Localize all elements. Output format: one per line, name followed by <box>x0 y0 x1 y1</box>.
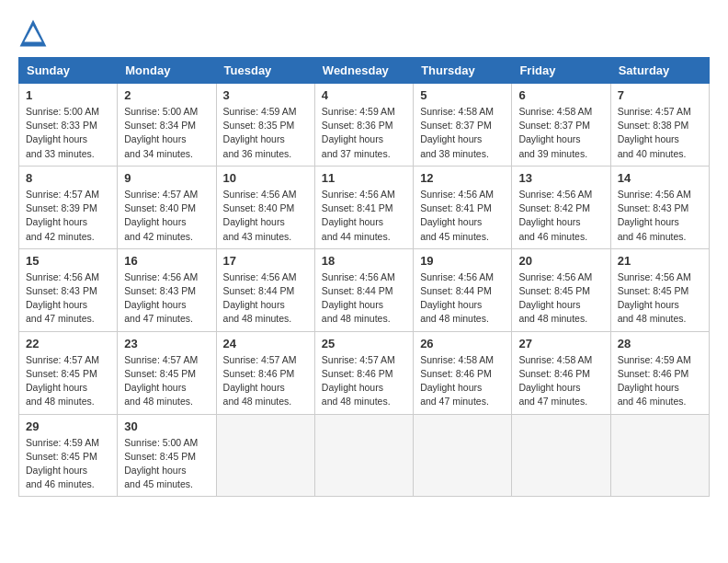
calendar-cell: 19 Sunrise: 4:56 AM Sunset: 8:44 PM Dayl… <box>414 248 512 331</box>
calendar-cell <box>512 414 610 497</box>
day-number: 11 <box>322 171 406 185</box>
weekday-header: Friday <box>512 58 610 84</box>
day-number: 6 <box>518 88 603 102</box>
calendar-cell: 22 Sunrise: 4:57 AM Sunset: 8:45 PM Dayl… <box>19 331 118 414</box>
weekday-header: Thursday <box>414 58 512 84</box>
calendar-cell: 24 Sunrise: 4:57 AM Sunset: 8:46 PM Dayl… <box>216 331 314 414</box>
calendar-cell <box>216 414 314 497</box>
day-info: Sunrise: 4:56 AM Sunset: 8:41 PM Dayligh… <box>322 188 406 244</box>
day-number: 5 <box>420 88 505 102</box>
calendar-cell: 10 Sunrise: 4:56 AM Sunset: 8:40 PM Dayl… <box>216 166 314 248</box>
day-info: Sunrise: 4:56 AM Sunset: 8:43 PM Dayligh… <box>26 270 110 327</box>
calendar-cell: 14 Sunrise: 4:56 AM Sunset: 8:43 PM Dayl… <box>610 166 709 248</box>
day-number: 19 <box>420 254 505 268</box>
day-info: Sunrise: 4:56 AM Sunset: 8:45 PM Dayligh… <box>618 270 702 327</box>
day-info: Sunrise: 4:58 AM Sunset: 8:46 PM Dayligh… <box>518 353 603 409</box>
calendar-week-row: 29 Sunrise: 4:59 AM Sunset: 8:45 PM Dayl… <box>19 414 710 497</box>
day-info: Sunrise: 5:00 AM Sunset: 8:34 PM Dayligh… <box>124 105 209 161</box>
day-number: 29 <box>26 419 110 433</box>
calendar-cell: 3 Sunrise: 4:59 AM Sunset: 8:35 PM Dayli… <box>216 84 314 167</box>
day-number: 30 <box>124 419 209 433</box>
day-info: Sunrise: 4:58 AM Sunset: 8:46 PM Dayligh… <box>420 353 505 409</box>
day-number: 10 <box>223 171 308 185</box>
calendar-cell: 5 Sunrise: 4:58 AM Sunset: 8:37 PM Dayli… <box>414 84 512 167</box>
calendar-week-row: 15 Sunrise: 4:56 AM Sunset: 8:43 PM Dayl… <box>19 248 710 331</box>
day-number: 26 <box>420 337 505 350</box>
weekday-header: Tuesday <box>216 58 314 84</box>
calendar-cell: 17 Sunrise: 4:56 AM Sunset: 8:44 PM Dayl… <box>216 248 314 331</box>
day-number: 15 <box>26 254 110 268</box>
day-info: Sunrise: 4:57 AM Sunset: 8:46 PM Dayligh… <box>322 353 406 409</box>
calendar-header-row: SundayMondayTuesdayWednesdayThursdayFrid… <box>19 58 710 84</box>
weekday-header: Wednesday <box>314 58 413 84</box>
day-info: Sunrise: 4:57 AM Sunset: 8:39 PM Dayligh… <box>26 188 110 244</box>
calendar-cell: 27 Sunrise: 4:58 AM Sunset: 8:46 PM Dayl… <box>512 331 610 414</box>
calendar-cell: 12 Sunrise: 4:56 AM Sunset: 8:41 PM Dayl… <box>414 166 512 248</box>
calendar-cell: 29 Sunrise: 4:59 AM Sunset: 8:45 PM Dayl… <box>19 414 118 497</box>
day-info: Sunrise: 4:59 AM Sunset: 8:35 PM Dayligh… <box>223 105 308 161</box>
weekday-header: Sunday <box>19 58 118 84</box>
calendar-week-row: 1 Sunrise: 5:00 AM Sunset: 8:33 PM Dayli… <box>19 84 710 167</box>
day-info: Sunrise: 4:59 AM Sunset: 8:36 PM Dayligh… <box>322 105 406 161</box>
day-number: 14 <box>618 171 702 185</box>
day-number: 18 <box>322 254 406 268</box>
calendar-cell: 16 Sunrise: 4:56 AM Sunset: 8:43 PM Dayl… <box>118 248 216 331</box>
day-info: Sunrise: 4:56 AM Sunset: 8:40 PM Dayligh… <box>223 188 308 244</box>
day-info: Sunrise: 4:57 AM Sunset: 8:45 PM Dayligh… <box>26 353 110 409</box>
weekday-header: Monday <box>118 58 216 84</box>
calendar-cell: 8 Sunrise: 4:57 AM Sunset: 8:39 PM Dayli… <box>19 166 118 248</box>
day-number: 1 <box>26 88 110 102</box>
day-number: 3 <box>223 88 308 102</box>
day-number: 9 <box>124 171 209 185</box>
calendar-cell: 20 Sunrise: 4:56 AM Sunset: 8:45 PM Dayl… <box>512 248 610 331</box>
day-number: 7 <box>618 88 702 102</box>
day-info: Sunrise: 4:56 AM Sunset: 8:42 PM Dayligh… <box>518 188 603 244</box>
day-number: 16 <box>124 254 209 268</box>
header <box>18 18 710 48</box>
calendar-cell: 21 Sunrise: 4:56 AM Sunset: 8:45 PM Dayl… <box>610 248 709 331</box>
day-number: 24 <box>223 337 308 350</box>
day-info: Sunrise: 4:56 AM Sunset: 8:44 PM Dayligh… <box>420 270 505 327</box>
calendar-cell: 25 Sunrise: 4:57 AM Sunset: 8:46 PM Dayl… <box>314 331 413 414</box>
day-number: 8 <box>26 171 110 185</box>
logo <box>18 18 53 48</box>
day-info: Sunrise: 4:56 AM Sunset: 8:44 PM Dayligh… <box>322 270 406 327</box>
day-number: 23 <box>124 337 209 350</box>
day-number: 13 <box>518 171 603 185</box>
logo-icon <box>18 18 48 48</box>
day-info: Sunrise: 4:56 AM Sunset: 8:41 PM Dayligh… <box>420 188 505 244</box>
day-info: Sunrise: 4:57 AM Sunset: 8:45 PM Dayligh… <box>124 353 209 409</box>
day-info: Sunrise: 4:57 AM Sunset: 8:46 PM Dayligh… <box>223 353 308 409</box>
day-number: 25 <box>322 337 406 350</box>
calendar-cell: 6 Sunrise: 4:58 AM Sunset: 8:37 PM Dayli… <box>512 84 610 167</box>
day-info: Sunrise: 4:56 AM Sunset: 8:43 PM Dayligh… <box>618 188 702 244</box>
day-info: Sunrise: 4:59 AM Sunset: 8:45 PM Dayligh… <box>26 436 110 492</box>
day-number: 27 <box>518 337 603 350</box>
calendar-cell: 4 Sunrise: 4:59 AM Sunset: 8:36 PM Dayli… <box>314 84 413 167</box>
day-info: Sunrise: 4:56 AM Sunset: 8:45 PM Dayligh… <box>518 270 603 327</box>
calendar-cell: 15 Sunrise: 4:56 AM Sunset: 8:43 PM Dayl… <box>19 248 118 331</box>
day-number: 20 <box>518 254 603 268</box>
day-number: 28 <box>618 337 702 350</box>
calendar-cell: 26 Sunrise: 4:58 AM Sunset: 8:46 PM Dayl… <box>414 331 512 414</box>
calendar-cell <box>314 414 413 497</box>
calendar-cell: 11 Sunrise: 4:56 AM Sunset: 8:41 PM Dayl… <box>314 166 413 248</box>
day-info: Sunrise: 4:57 AM Sunset: 8:40 PM Dayligh… <box>124 188 209 244</box>
calendar-week-row: 8 Sunrise: 4:57 AM Sunset: 8:39 PM Dayli… <box>19 166 710 248</box>
calendar-cell: 30 Sunrise: 5:00 AM Sunset: 8:45 PM Dayl… <box>118 414 216 497</box>
calendar-body: 1 Sunrise: 5:00 AM Sunset: 8:33 PM Dayli… <box>19 84 710 497</box>
calendar-cell: 2 Sunrise: 5:00 AM Sunset: 8:34 PM Dayli… <box>118 84 216 167</box>
calendar-cell: 13 Sunrise: 4:56 AM Sunset: 8:42 PM Dayl… <box>512 166 610 248</box>
day-number: 17 <box>223 254 308 268</box>
calendar-week-row: 22 Sunrise: 4:57 AM Sunset: 8:45 PM Dayl… <box>19 331 710 414</box>
day-number: 21 <box>618 254 702 268</box>
weekday-header: Saturday <box>610 58 709 84</box>
day-number: 12 <box>420 171 505 185</box>
day-number: 22 <box>26 337 110 350</box>
day-info: Sunrise: 4:58 AM Sunset: 8:37 PM Dayligh… <box>420 105 505 161</box>
day-info: Sunrise: 4:59 AM Sunset: 8:46 PM Dayligh… <box>618 353 702 409</box>
calendar-cell <box>414 414 512 497</box>
calendar-cell: 9 Sunrise: 4:57 AM Sunset: 8:40 PM Dayli… <box>118 166 216 248</box>
day-info: Sunrise: 5:00 AM Sunset: 8:45 PM Dayligh… <box>124 436 209 492</box>
calendar-cell: 1 Sunrise: 5:00 AM Sunset: 8:33 PM Dayli… <box>19 84 118 167</box>
